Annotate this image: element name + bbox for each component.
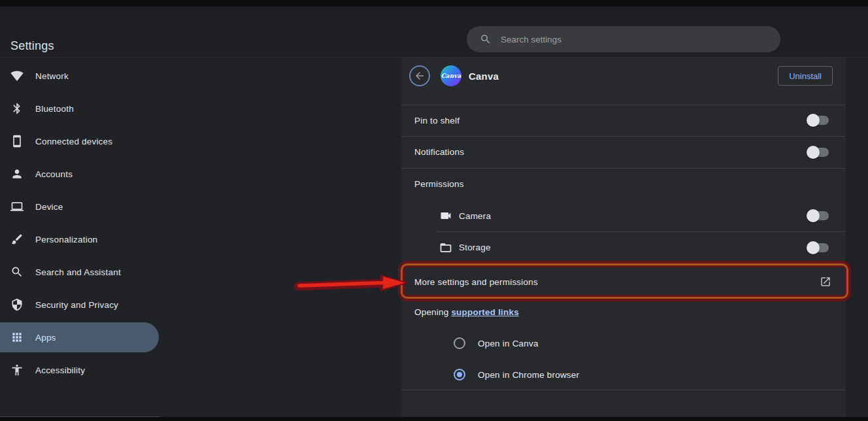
canva-app-icon: Canva	[441, 65, 461, 86]
supported-links-link[interactable]: supported links	[451, 307, 519, 317]
radio-open-in-chrome[interactable]	[454, 369, 465, 380]
accessibility-icon	[10, 363, 24, 377]
magnifier-icon	[10, 265, 24, 278]
sidebar-item-label: Device	[35, 202, 63, 212]
search-bar[interactable]	[467, 26, 780, 52]
back-button[interactable]	[409, 65, 430, 86]
sidebar-item-connected-devices[interactable]: Connected devices	[0, 126, 159, 156]
app-header-row: Canva Canva Uninstall	[401, 58, 846, 105]
sidebar-item-label: Network	[35, 71, 69, 81]
opening-links-row: Opening supported links	[401, 305, 846, 319]
notifications-label: Notifications	[414, 147, 464, 157]
app-detail-panel: Canva Canva Uninstall Pin to shelf Notif…	[401, 58, 846, 417]
sidebar-item-security-privacy[interactable]: Security and Privacy	[0, 290, 159, 320]
sidebar-item-label: Personalization	[35, 235, 97, 244]
sidebar-item-label: Accessibility	[35, 365, 85, 375]
pin-to-shelf-label: Pin to shelf	[414, 116, 459, 126]
search-input[interactable]	[501, 35, 769, 44]
bottom-black-strip	[0, 417, 868, 421]
sidebar-item-label: Accounts	[35, 169, 73, 179]
sidebar-item-personalization[interactable]: Personalization	[0, 224, 159, 254]
open-in-new-icon	[820, 276, 831, 288]
app-name: Canva	[469, 71, 499, 82]
permissions-heading-row: Permissions	[401, 175, 846, 192]
camera-permission-row: Camera	[401, 200, 846, 231]
brush-icon	[10, 233, 24, 246]
header-bar: Settings	[0, 7, 868, 58]
person-icon	[10, 167, 24, 180]
camera-label: Camera	[459, 211, 491, 221]
permissions-heading: Permissions	[414, 179, 464, 189]
opening-prefix: Opening	[414, 307, 451, 317]
sidebar-item-label: Security and Privacy	[35, 300, 118, 310]
page-title: Settings	[10, 39, 54, 53]
sidebar-item-label: Connected devices	[35, 137, 112, 146]
open-in-canva-label: Open in Canva	[478, 339, 539, 348]
open-in-canva-option[interactable]: Open in Canva	[401, 328, 846, 359]
storage-toggle[interactable]	[808, 243, 829, 252]
top-black-strip	[0, 0, 868, 7]
settings-window: Settings Network Bluetooth Connected dev…	[0, 0, 868, 421]
sidebar-item-search-assistant[interactable]: Search and Assistant	[0, 257, 159, 287]
radio-open-in-canva[interactable]	[454, 337, 465, 349]
videocam-icon	[439, 209, 452, 222]
pin-to-shelf-toggle[interactable]	[808, 116, 829, 125]
sidebar-item-accounts[interactable]: Accounts	[0, 159, 159, 189]
sidebar-item-device[interactable]: Device	[0, 192, 159, 222]
uninstall-button[interactable]: Uninstall	[778, 66, 833, 86]
more-settings-label: More settings and permissions	[414, 277, 538, 287]
storage-label: Storage	[459, 243, 491, 252]
divider	[401, 168, 846, 169]
camera-toggle[interactable]	[808, 211, 829, 220]
notifications-row: Notifications	[401, 136, 846, 168]
more-settings-row[interactable]: More settings and permissions	[401, 266, 846, 297]
sidebar-item-accessibility[interactable]: Accessibility	[0, 355, 159, 385]
sidebar-item-network[interactable]: Network	[0, 61, 159, 91]
sidebar-item-label: Bluetooth	[35, 104, 74, 114]
shield-icon	[10, 298, 24, 311]
open-in-chrome-label: Open in Chrome browser	[478, 370, 579, 380]
storage-permission-row: Storage	[401, 231, 846, 263]
sidebar-item-label: Apps	[35, 333, 56, 343]
sidebar-item-apps[interactable]: Apps	[0, 322, 159, 352]
sidebar-item-bluetooth[interactable]: Bluetooth	[0, 93, 159, 124]
divider	[401, 390, 846, 390]
open-in-chrome-option[interactable]: Open in Chrome browser	[401, 359, 846, 390]
sidebar: Network Bluetooth Connected devices Acco…	[0, 58, 401, 417]
sidebar-item-label: Search and Assistant	[35, 267, 121, 277]
folder-icon	[439, 241, 452, 254]
back-arrow-icon	[414, 70, 426, 82]
bluetooth-icon	[10, 102, 24, 115]
wifi-icon	[10, 69, 24, 82]
pin-to-shelf-row: Pin to shelf	[401, 105, 846, 136]
search-icon	[480, 33, 492, 45]
laptop-icon	[10, 200, 24, 213]
notifications-toggle[interactable]	[808, 148, 829, 157]
apps-grid-icon	[10, 331, 24, 344]
smartphone-icon	[10, 135, 24, 148]
